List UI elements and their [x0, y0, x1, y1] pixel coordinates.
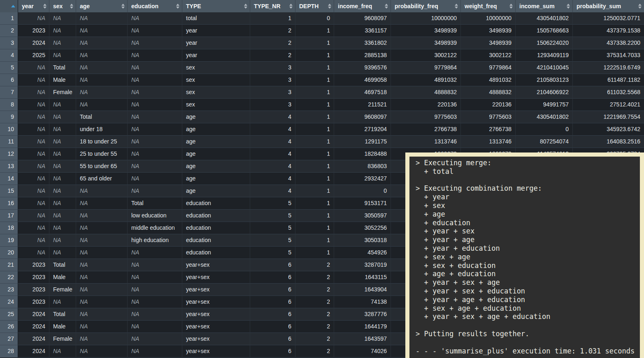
console-line: + year + education — [416, 244, 640, 253]
column-header-probability_freq[interactable]: probability_freq — [391, 0, 461, 12]
cell-age: NA — [76, 210, 128, 222]
sort-icon — [385, 4, 388, 9]
cell-TYPE: total — [182, 12, 250, 25]
cell-age: NA — [76, 296, 128, 308]
row-number: 11 — [0, 136, 18, 148]
cell-DEPTH: 0 — [295, 12, 334, 25]
table-row: 32024NANANAyear2133618023498939349893915… — [0, 37, 644, 49]
row-number: 23 — [0, 284, 18, 296]
cell-income_freq: 211521 — [334, 99, 391, 111]
cell-education: NA — [128, 49, 182, 62]
row-number: 17 — [0, 210, 18, 222]
cell-TYPE: year+sex — [182, 333, 250, 345]
row-number: 27 — [0, 333, 18, 345]
cell-TYPE_NR: 4 — [250, 111, 295, 123]
cell-income_sum: 4305401802 — [516, 12, 573, 25]
column-header-sex[interactable]: sex — [49, 0, 76, 12]
cell-income_freq: 3361157 — [334, 25, 391, 37]
cell-TYPE_NR: 4 — [250, 123, 295, 136]
table-row: 7NAFemaleNANAsex314697518488883248888322… — [0, 86, 644, 99]
cell-probability_sum: 164083.2516 — [573, 136, 644, 148]
cell-education: NA — [128, 37, 182, 49]
cell-income_freq: 2719204 — [334, 123, 391, 136]
column-header-year[interactable]: year — [18, 0, 49, 12]
cell-sex: Female — [49, 284, 76, 296]
cell-TYPE_NR: 5 — [250, 247, 295, 259]
cell-age: NA — [76, 308, 128, 321]
row-number: 22 — [0, 271, 18, 284]
cell-year: NA — [18, 148, 49, 160]
console-line: + year — [416, 193, 640, 201]
table-row: 9NANATotalNAage4196080979775603977560343… — [0, 111, 644, 123]
cell-probability_sum: 1250032.0771 — [573, 12, 644, 25]
cell-income_sum: 2105803123 — [516, 74, 573, 86]
cell-age: NA — [76, 259, 128, 271]
console-line: + year + sex — [416, 227, 640, 236]
cell-year: 2024 — [18, 321, 49, 333]
column-header-label: probability_freq — [395, 3, 438, 9]
cell-DEPTH: 1 — [295, 25, 334, 37]
cell-age: NA — [76, 222, 128, 234]
column-header-weight_freq[interactable]: weight_freq — [461, 0, 516, 12]
cell-TYPE_NR: 4 — [250, 160, 295, 173]
column-header-income_freq[interactable]: income_freq — [334, 0, 391, 12]
console-line: + sex + age — [416, 253, 640, 261]
cell-age: NA — [76, 49, 128, 62]
console-line: + total — [416, 167, 640, 176]
cell-year: NA — [18, 222, 49, 234]
cell-weight_freq: 3498939 — [461, 37, 516, 49]
cell-DEPTH: 1 — [295, 99, 334, 111]
table-row: 5NATotalNANAsex3193965769779864977986442… — [0, 62, 644, 74]
row-number: 26 — [0, 321, 18, 333]
cell-income_freq: 74026 — [334, 345, 391, 358]
cell-education: NA — [128, 12, 182, 25]
column-header-probability_sum[interactable]: probability_sum — [573, 0, 644, 12]
cell-income_freq: 4697518 — [334, 86, 391, 99]
column-header-education[interactable]: education — [128, 0, 182, 12]
cell-education: NA — [128, 308, 182, 321]
table-row: 42025NANANAyear2128851383002122300212212… — [0, 49, 644, 62]
row-number: 18 — [0, 222, 18, 234]
cell-income_freq: 9153171 — [334, 197, 391, 210]
cell-TYPE: year — [182, 25, 250, 37]
column-header-TYPE_NR[interactable]: TYPE_NR — [250, 0, 295, 12]
cell-age: NA — [76, 86, 128, 99]
sort-icon — [289, 4, 293, 9]
cell-education: Total — [128, 197, 182, 210]
cell-age: NA — [76, 25, 128, 37]
cell-education: NA — [128, 123, 182, 136]
cell-age: 65 and older — [76, 173, 128, 185]
cell-year: NA — [18, 210, 49, 222]
cell-year: NA — [18, 234, 49, 247]
cell-weight_freq: 3498939 — [461, 25, 516, 37]
column-header-label: income_freq — [338, 3, 372, 9]
column-header-DEPTH[interactable]: DEPTH — [295, 0, 334, 12]
cell-income_freq: 3050597 — [334, 210, 391, 222]
cell-income_freq: 1291175 — [334, 136, 391, 148]
column-header-TYPE[interactable]: TYPE — [182, 0, 250, 12]
cell-income_sum: 1506224020 — [516, 37, 573, 49]
cell-sex: Female — [49, 333, 76, 345]
cell-year: 2025 — [18, 49, 49, 62]
sort-icon — [121, 4, 125, 9]
row-number: 20 — [0, 247, 18, 259]
cell-education: middle education — [128, 222, 182, 234]
console-line: + education — [416, 219, 640, 227]
cell-income_freq: 1643115 — [334, 271, 391, 284]
cell-sex: NA — [49, 197, 76, 210]
sort-icon — [176, 4, 179, 9]
column-header-age[interactable]: age — [76, 0, 128, 12]
cell-probability_freq: 2766738 — [391, 123, 461, 136]
row-number: 15 — [0, 185, 18, 197]
cell-age: 18 to under 25 — [76, 136, 128, 148]
cell-age: NA — [76, 333, 128, 345]
cell-income_freq: 1643597 — [334, 333, 391, 345]
cell-TYPE_NR: 6 — [250, 308, 295, 321]
table-row: 1NANANANAtotal10960809710000000100000004… — [0, 12, 644, 25]
column-header-income_sum[interactable]: income_sum — [516, 0, 573, 12]
cell-sex: NA — [49, 210, 76, 222]
column-header-rownumber[interactable] — [0, 0, 18, 12]
cell-TYPE_NR: 6 — [250, 259, 295, 271]
cell-DEPTH: 1 — [295, 49, 334, 62]
row-number: 9 — [0, 111, 18, 123]
